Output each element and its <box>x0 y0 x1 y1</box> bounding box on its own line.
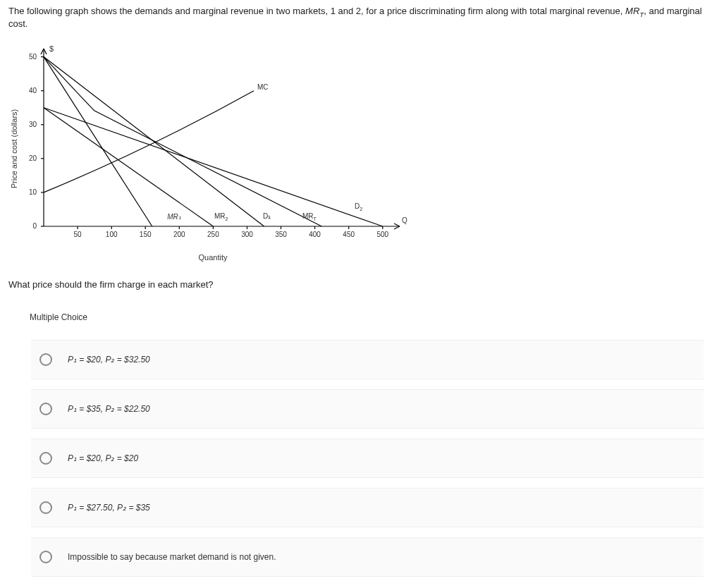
option-4-text: P₁ = $27.50, P₂ = $35 <box>68 503 150 513</box>
ytick-10: 10 <box>29 188 37 196</box>
xtick-150: 150 <box>140 231 152 238</box>
curve-mr2 <box>44 107 213 226</box>
radio-icon <box>39 353 52 366</box>
ytick-0: 0 <box>32 222 37 230</box>
curve-d1 <box>44 56 264 226</box>
option-4[interactable]: P₁ = $27.50, P₂ = $35 <box>31 488 704 527</box>
x-axis-label: Quantity <box>199 253 228 262</box>
prompt-mrt: MR <box>625 6 639 16</box>
ytick-20: 20 <box>29 154 37 162</box>
options-group: P₁ = $20, P₂ = $32.50 P₁ = $35, P₂ = $22… <box>31 340 704 577</box>
option-5[interactable]: Impossible to say because market demand … <box>31 537 704 577</box>
radio-icon <box>39 551 52 563</box>
question-prompt: The following graph shows the demands an… <box>8 6 704 29</box>
prompt-prefix: The following graph shows the demands an… <box>8 6 625 16</box>
xtick-300: 300 <box>241 231 253 238</box>
ytick-30: 30 <box>29 121 37 128</box>
radio-icon <box>39 501 52 514</box>
label-q: Q <box>402 216 407 224</box>
radio-icon <box>39 403 52 415</box>
xtick-350: 350 <box>275 231 287 238</box>
option-1[interactable]: P₁ = $20, P₂ = $32.50 <box>31 340 704 379</box>
label-d1: D₁ <box>263 212 271 220</box>
dollar-sign: $ <box>49 44 54 53</box>
xtick-50: 50 <box>74 231 82 238</box>
price-discrimination-chart: Price and cost (dollars) 0 10 20 30 40 5… <box>16 43 410 255</box>
label-d2: D2 <box>355 202 362 212</box>
option-5-text: Impossible to say because market demand … <box>68 552 276 562</box>
option-3-text: P₁ = $20, P₂ = $20 <box>68 453 138 463</box>
xtick-450: 450 <box>343 231 355 238</box>
option-1-text: P₁ = $20, P₂ = $32.50 <box>68 355 150 365</box>
curve-d2 <box>44 107 383 226</box>
ytick-50: 50 <box>29 53 37 61</box>
question-2: What price should the firm charge in eac… <box>8 279 704 290</box>
curve-mr1 <box>44 56 152 226</box>
option-3[interactable]: P₁ = $20, P₂ = $20 <box>31 439 704 478</box>
multiple-choice-heading: Multiple Choice <box>30 312 704 322</box>
ytick-40: 40 <box>29 87 37 94</box>
chart-svg: 0 10 20 30 40 50 50 100 150 200 250 300 <box>16 43 410 247</box>
label-mc: MC <box>257 83 269 91</box>
xtick-500: 500 <box>376 231 388 238</box>
xtick-250: 250 <box>207 231 219 238</box>
xtick-100: 100 <box>106 231 118 238</box>
curve-mrt <box>44 56 321 226</box>
y-axis-label: Price and cost (dollars) <box>10 109 18 188</box>
label-mr2: MR2 <box>214 212 228 221</box>
xtick-200: 200 <box>173 231 185 238</box>
option-2-text: P₁ = $35, P₂ = $22.50 <box>68 404 150 414</box>
option-2[interactable]: P₁ = $35, P₂ = $22.50 <box>31 389 704 429</box>
radio-icon <box>39 452 52 465</box>
label-mr1: MR₁ <box>167 213 181 221</box>
xtick-400: 400 <box>309 231 321 238</box>
